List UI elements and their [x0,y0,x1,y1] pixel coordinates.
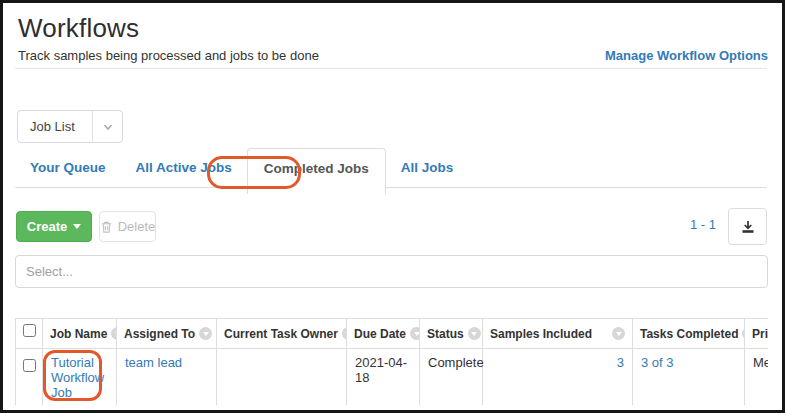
download-icon [740,219,756,235]
column-menu-icon[interactable] [410,327,419,340]
column-header-status[interactable]: Status [420,319,483,349]
assigned-to-link[interactable]: team lead [125,355,182,370]
jobs-grid: Job Name Assigned To Current Task Owner … [15,318,768,405]
cell-current-task-owner [217,349,347,406]
column-header-current-task-owner[interactable]: Current Task Owner [217,319,347,349]
tab-all-active-jobs[interactable]: All Active Jobs [121,148,247,187]
column-menu-icon[interactable] [342,327,347,340]
tab-label: Your Queue [30,160,106,175]
column-menu-icon[interactable] [468,327,481,340]
chevron-down-icon[interactable] [92,111,122,142]
header-divider [15,68,767,69]
page-subtitle: Track samples being processed and jobs t… [18,48,319,63]
tasks-completed-link[interactable]: 3 of 3 [641,355,674,370]
grid-header-row: Job Name Assigned To Current Task Owner … [16,319,769,349]
cell-job-name: Tutorial Workflow Job [43,349,117,406]
tab-all-jobs[interactable]: All Jobs [386,148,469,187]
row-checkbox[interactable] [23,359,36,372]
page-title: Workflows [18,13,139,44]
column-header-assigned-to[interactable]: Assigned To [117,319,217,349]
cell-samples-included: 3 [483,349,633,406]
caret-down-icon [73,224,81,229]
column-header-samples-included[interactable]: Samples Included [483,319,633,349]
pagination-range[interactable]: 1 - 1 [690,217,716,232]
tab-bar: Your Queue All Active Jobs Completed Job… [15,148,468,194]
column-header-job-name[interactable]: Job Name [43,319,117,349]
table-row: Tutorial Workflow Job team lead 2021-04-… [16,349,769,406]
cell-status: Complete [420,349,483,406]
cell-tasks-completed: 3 of 3 [633,349,745,406]
samples-included-link[interactable]: 3 [617,355,624,370]
delete-button-label: Delete [118,219,156,234]
job-name-link[interactable]: Tutorial Workflow Job [51,355,104,400]
delete-button[interactable]: Delete [99,211,156,242]
workflows-page: Workflows Track samples being processed … [3,3,782,410]
tab-your-queue[interactable]: Your Queue [15,148,121,187]
tab-completed-jobs[interactable]: Completed Jobs [247,148,386,194]
column-menu-icon[interactable] [111,327,116,340]
job-list-dropdown[interactable]: Job List [17,110,123,143]
tab-label: Completed Jobs [264,161,369,176]
column-header-priority[interactable]: Priority [745,319,769,349]
trash-icon [100,220,113,234]
manage-workflow-options-link[interactable]: Manage Workflow Options [605,48,768,63]
job-list-label: Job List [18,119,92,134]
export-button[interactable] [728,208,767,245]
filter-select-input[interactable] [15,255,768,288]
select-all-checkbox[interactable] [23,324,36,337]
create-button-label: Create [27,219,67,234]
cell-due-date: 2021-04-18 [347,349,420,406]
cell-priority: Medium [745,349,769,406]
tab-label: All Jobs [401,160,454,175]
create-button[interactable]: Create [16,211,92,242]
tab-label: All Active Jobs [136,160,232,175]
column-menu-icon[interactable] [612,327,625,340]
column-header-tasks-completed[interactable]: Tasks Completed [633,319,745,349]
cell-assigned-to: team lead [117,349,217,406]
column-header-due-date[interactable]: Due Date [347,319,420,349]
column-menu-icon[interactable] [199,327,212,340]
